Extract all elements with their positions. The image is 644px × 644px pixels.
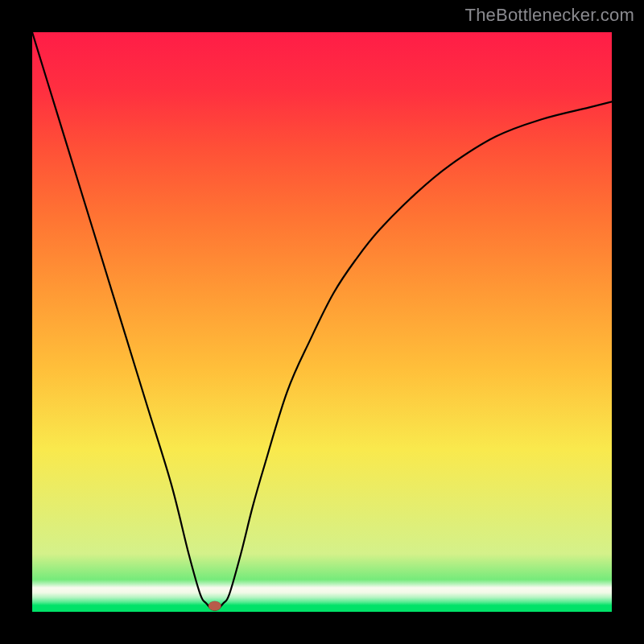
plot-area	[32, 32, 612, 612]
chart-frame: TheBottlenecker.com	[0, 0, 644, 644]
bottleneck-curve	[32, 32, 612, 609]
watermark-text: TheBottlenecker.com	[465, 5, 634, 26]
curve-layer	[32, 32, 612, 612]
minimum-marker	[208, 601, 221, 611]
